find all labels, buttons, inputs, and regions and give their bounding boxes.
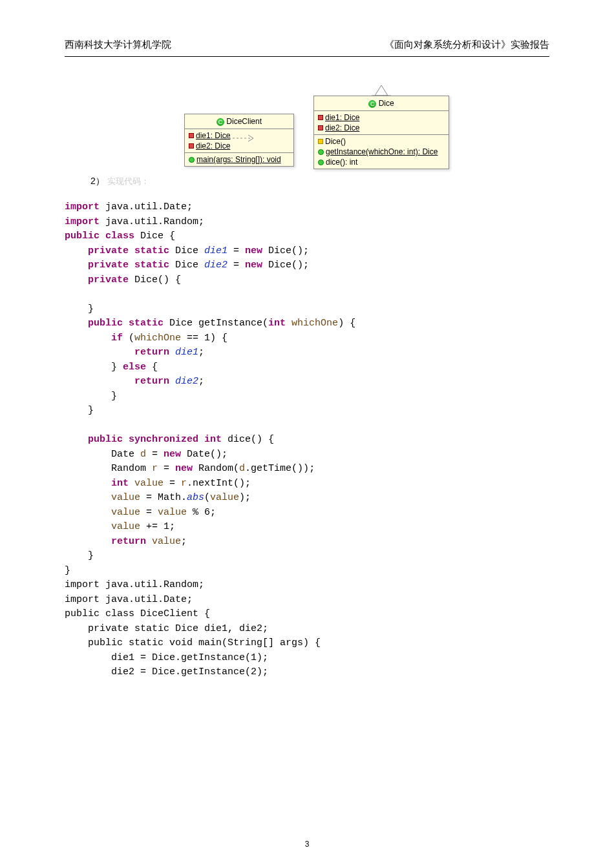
constructor-icon [318,139,323,144]
header-left: 西南科技大学计算机学院 [65,39,171,51]
page-header: 西南科技大学计算机学院 《面向对象系统分析和设计》实验报告 [65,39,549,51]
uml-method: getInstance(whichOne: int): Dice [326,147,438,156]
private-field-icon [189,143,194,149]
uml-title-text: DiceClient [226,117,262,126]
private-field-icon [189,133,194,138]
uml-method: main(args: String[]): void [196,155,281,164]
uml-field: die1: Dice [325,113,359,122]
section-label: 2）实现代码： [90,176,549,187]
uml-diagram: C DiceClient die1: Dice die2: Dice main(… [84,96,549,169]
section-number: 2） [90,176,105,186]
uml-methods: Dice() getInstance(whichOne: int): Dice … [314,135,449,169]
uml-field: die2: Dice [196,141,230,150]
uml-right-wrap: C Dice die1: Dice die2: Dice Dice() getI… [313,96,449,169]
uml-class-title: C DiceClient [185,114,293,129]
uml-method: dice(): int [326,158,357,167]
uml-class-diceclient: C DiceClient die1: Dice die2: Dice main(… [184,114,294,167]
uml-fields: die1: Dice die2: Dice [185,129,293,153]
uml-title-text: Dice [379,99,394,108]
uml-field: die1: Dice [196,131,230,140]
uml-field: die2: Dice [325,123,359,132]
page-number: 3 [305,840,310,849]
uml-class-dice: C Dice die1: Dice die2: Dice Dice() getI… [313,96,449,169]
public-method-icon [318,149,324,155]
code-listing: import java.util.Date; import java.util.… [65,200,549,680]
uml-class-title: C Dice [314,96,449,111]
realization-notch-icon [372,84,391,97]
header-right: 《面向对象系统分析和设计》实验报告 [385,39,549,51]
private-field-icon [318,125,323,130]
class-icon: C [217,118,224,126]
uml-method: Dice() [325,137,346,146]
class-icon: C [368,100,376,108]
uml-fields: die1: Dice die2: Dice [314,111,449,135]
svg-marker-1 [375,85,388,96]
header-rule [65,56,549,57]
public-method-icon [189,157,195,163]
private-field-icon [318,115,323,120]
section-faded-text: 实现代码： [107,176,149,186]
uml-methods: main(args: String[]): void [185,153,293,166]
public-method-icon [318,160,324,165]
